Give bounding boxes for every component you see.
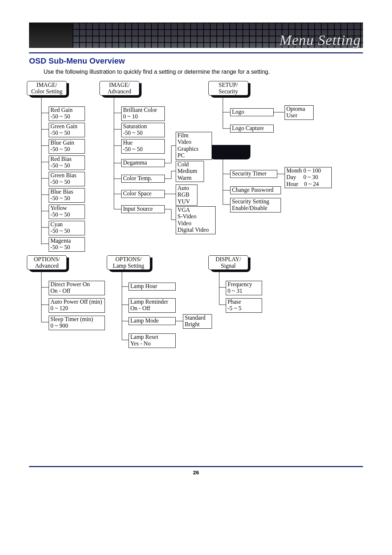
root-line2: Security: [219, 88, 238, 94]
root-line2: Signal: [221, 263, 236, 269]
osd-diagram: IMAGE/ Color Setting IMAGE/ Advanced SET…: [27, 81, 361, 357]
box-red-gain: Red Gain -50 ~ 50: [49, 106, 85, 121]
box-security-timer-options: Month 0 ~ 100 Day 0 ~ 30 Hour 0 ~ 24: [285, 167, 332, 188]
box-color-space: Color Space: [121, 190, 165, 198]
root-line2: Advanced: [35, 263, 59, 269]
box-degamma-options: Film Video Graphics PC: [176, 132, 212, 160]
box-color-temp-options: Cold Medium Warm: [176, 161, 204, 182]
box-saturation: Saturation -50 ~ 50: [121, 123, 165, 137]
manual-page: Menu Setting OSD Sub-Menu Overview Use t…: [0, 0, 392, 490]
box-brilliant-color: Brilliant Color 0 ~ 10: [121, 106, 165, 121]
root-line2: Color Setting: [31, 88, 62, 94]
box-blue-bias: Blue Bias -50 ~ 50: [49, 188, 85, 203]
box-logo-capture: Logo Capture: [230, 125, 274, 133]
root-line1: DISPLAY/: [216, 256, 241, 262]
box-logo: Logo: [230, 108, 274, 116]
root-line1: OPTIONS/: [115, 256, 142, 262]
box-input-source-options: VGA S-Video Video Digital Video: [176, 206, 216, 234]
box-green-gain: Green Gain -50 ~ 50: [49, 123, 85, 137]
box-input-source: Input Source: [121, 205, 165, 213]
box-direct-power-on: Direct Power On On - Off: [49, 281, 105, 295]
intro-text: Use the following illustration to quickl…: [44, 69, 363, 75]
box-blue-gain: Blue Gain -50 ~ 50: [49, 139, 85, 154]
box-cyan: Cyan -50 ~ 50: [49, 221, 85, 235]
banner-left-block: [29, 23, 73, 48]
box-sleep-timer: Sleep Timer (min) 0 ~ 900: [49, 316, 105, 330]
box-degamma: Degamma: [121, 159, 165, 167]
box-auto-power-off: Auto Power Off (min) 0 ~ 120: [49, 298, 105, 313]
box-green-bias: Green Bias -50 ~ 50: [49, 172, 85, 186]
box-logo-options: Optoma User: [285, 105, 314, 120]
root-line1: OPTIONS/: [34, 256, 60, 262]
section-title: OSD Sub-Menu Overview: [29, 56, 363, 66]
box-frequency: Frequency 0 ~ 31: [226, 281, 262, 295]
box-change-password: Change Password: [230, 186, 281, 194]
root-line1: IMAGE/: [37, 82, 57, 88]
box-security-setting: Security Setting Enable/Disable: [230, 198, 281, 212]
box-lamp-hour: Lamp Hour: [128, 283, 176, 291]
box-phase: Phase -5 ~ 5: [226, 298, 262, 313]
box-security-timer: Security Timer: [230, 170, 277, 178]
box-color-space-options: Auto RGB YUV: [176, 185, 197, 206]
box-lamp-reminder: Lamp Reminder On - Off: [128, 298, 176, 313]
box-lamp-reset: Lamp Reset Yes - No: [128, 333, 176, 348]
root-line1: IMAGE/: [109, 82, 130, 88]
box-yellow: Yellow -50 ~ 50: [49, 204, 85, 219]
root-line2: Advanced: [108, 88, 131, 94]
box-red-bias: Red Bias -50 ~ 50: [49, 155, 85, 170]
banner-title: Menu Setting: [279, 32, 361, 49]
box-hue: Hue -50 ~ 50: [121, 139, 165, 154]
box-color-temp: Color Temp.: [121, 175, 165, 183]
header-banner: Menu Setting: [29, 22, 363, 48]
box-lamp-mode: Lamp Mode: [128, 317, 176, 325]
box-lamp-mode-options: Standard Bright: [183, 314, 212, 329]
root-line1: SETUP/: [219, 82, 238, 88]
box-magenta: Magenta -50 ~ 50: [49, 237, 85, 252]
root-line2: Lamp Setting: [113, 263, 144, 269]
page-number: 26: [29, 469, 363, 475]
banner-underline: [29, 52, 363, 53]
footer-rule: [29, 466, 363, 467]
